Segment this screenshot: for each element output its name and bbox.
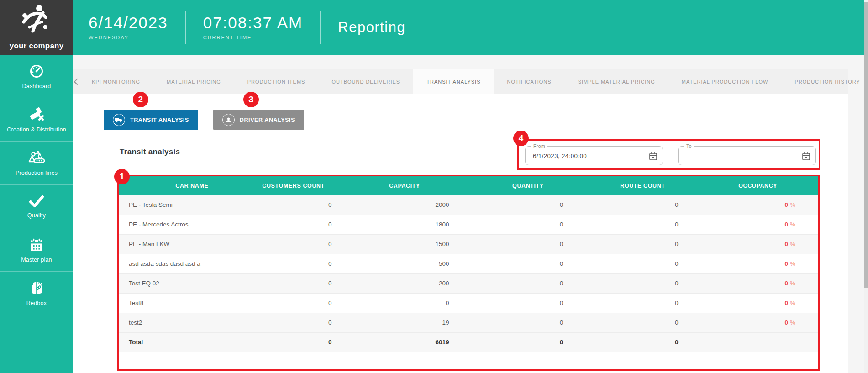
tab-notifications[interactable]: NOTIFICATIONS [494, 69, 565, 94]
cell-capacity: 1500 [360, 234, 493, 254]
transit-analysis-button-label: TRANSIT ANALYSIS [130, 117, 189, 123]
annotation-badge-4: 4 [513, 131, 529, 146]
cell-quantity: 0 [493, 254, 607, 273]
tab-transit-analysis[interactable]: TRANSIT ANALYSIS [413, 69, 494, 94]
table-row: PE - Man LKW01500000% [119, 234, 818, 254]
cell-customers: 0 [255, 313, 360, 332]
cell-car: Test EQ 02 [119, 273, 255, 293]
cell-customers: 0 [255, 195, 360, 215]
cell-car: PE - Mercedes Actros [119, 215, 255, 234]
cell-occupancy: 0% [720, 215, 818, 234]
sidebar-item-label: Production lines [16, 170, 58, 176]
cell-capacity: 0 [360, 293, 493, 313]
sidebar-item-redbox[interactable]: Redbox [0, 272, 73, 315]
tab-outbound-deliveries[interactable]: OUTBOUND DELIVERIES [318, 69, 413, 94]
tab-production-items[interactable]: PRODUCTION ITEMS [234, 69, 319, 94]
cell-car: test2 [119, 313, 255, 332]
annotation-badge-3: 3 [243, 92, 259, 107]
cell-quantity: 0 [493, 332, 607, 352]
tabs-scroll-left-button[interactable] [73, 69, 79, 94]
header-divider [320, 11, 321, 44]
cell-capacity: 19 [360, 313, 493, 332]
transit-analysis-table: CAR NAMECUSTOMERS COUNTCAPACITYQUANTITYR… [119, 176, 818, 352]
column-header-car-name: CAR NAME [119, 176, 255, 195]
sidebar-item-label: Quality [27, 212, 46, 219]
cell-customers: 0 [255, 293, 360, 313]
cell-car: Total [119, 332, 255, 352]
driver-analysis-button[interactable]: DRIVER ANALYSIS 3 [213, 110, 304, 130]
tools-icon [28, 107, 45, 122]
cell-customers: 0 [255, 234, 360, 254]
tab-material-pricing[interactable]: MATERIAL PRICING [153, 69, 234, 94]
to-date-field[interactable]: To [678, 146, 816, 165]
cell-quantity: 0 [493, 273, 607, 293]
cell-occupancy: 0% [720, 313, 818, 332]
page-title: Reporting [338, 19, 405, 36]
cell-car: Test8 [119, 293, 255, 313]
sidebar-item-dashboard[interactable]: Dashboard [0, 55, 73, 98]
cell-routes: 0 [607, 234, 720, 254]
scrollbar-thumb[interactable] [864, 2, 868, 288]
cell-routes: 0 [607, 273, 720, 293]
calendar-picker-icon[interactable] [649, 152, 657, 160]
cell-car: PE - Tesla Semi [119, 195, 255, 215]
sidebar-nav: Dashboard Creation & Distribution Produc… [0, 55, 73, 373]
current-time-label: CURRENT TIME [203, 35, 303, 40]
column-header-customers-count: CUSTOMERS COUNT [255, 176, 360, 195]
column-header-occupancy: OCCUPANCY [720, 176, 818, 195]
tab-kpi-monitoring[interactable]: KPI MONITORING [79, 69, 153, 94]
cell-capacity: 1800 [360, 215, 493, 234]
sidebar-item-quality[interactable]: Quality [0, 185, 73, 228]
header-date-block: 6/14/2023 WEDNESDAY [89, 15, 168, 40]
cell-occupancy: 0% [720, 293, 818, 313]
gauge-icon [29, 63, 44, 79]
cell-occupancy: 0% [720, 254, 818, 273]
sidebar-item-master-plan[interactable]: Master plan [0, 228, 73, 272]
cell-capacity: 500 [360, 254, 493, 273]
driver-icon [222, 114, 235, 126]
transit-analysis-panel: TRANSIT ANALYSIS 2 DRIVER ANALYSIS 3 Tra… [73, 94, 848, 373]
tab-production-history[interactable]: PRODUCTION HISTORY [781, 69, 868, 94]
checkmark-icon [28, 194, 45, 208]
cell-occupancy: 0% [720, 273, 818, 293]
current-time: 07:08:37 AM [203, 15, 303, 32]
calendar-icon [29, 237, 44, 252]
sidebar-item-production-lines[interactable]: Production lines [0, 142, 73, 185]
calendar-picker-icon[interactable] [802, 152, 810, 160]
column-header-quantity: QUANTITY [493, 176, 607, 195]
header-divider [185, 11, 186, 44]
sidebar-item-creation-distribution[interactable]: Creation & Distribution [0, 98, 73, 142]
cell-routes: 0 [607, 215, 720, 234]
cell-customers: 0 [255, 254, 360, 273]
tab-simple-material-pricing[interactable]: SIMPLE MATERIAL PRICING [565, 69, 668, 94]
section-title: Transit analysis [120, 147, 180, 157]
driver-analysis-button-label: DRIVER ANALYSIS [240, 117, 295, 123]
transit-analysis-button[interactable]: TRANSIT ANALYSIS 2 [104, 110, 198, 130]
from-date-field[interactable]: From 6/1/2023, 24:00:00 [525, 146, 663, 165]
table-row: Test800000% [119, 293, 818, 313]
column-header-capacity: CAPACITY [360, 176, 493, 195]
table-body: PE - Tesla Semi02000000%PE - Mercedes Ac… [119, 195, 818, 352]
cell-capacity: 6019 [360, 332, 493, 352]
cell-capacity: 2000 [360, 195, 493, 215]
transit-table-annotation-box: 1 CAR NAMECUSTOMERS COUNTCAPACITYQUANTIT… [117, 175, 820, 371]
top-header: 6/14/2023 WEDNESDAY 07:08:37 AM CURRENT … [73, 0, 864, 55]
cell-routes: 0 [607, 293, 720, 313]
company-logo-block: your company [0, 0, 73, 55]
from-date-value: 6/1/2023, 24:00:00 [533, 147, 587, 166]
annotation-badge-1: 1 [114, 169, 130, 184]
cell-quantity: 0 [493, 313, 607, 332]
tab-material-production-flow[interactable]: MATERIAL PRODUCTION FLOW [668, 69, 782, 94]
cell-capacity: 200 [360, 273, 493, 293]
cell-customers: 0 [255, 332, 360, 352]
current-date-label: WEDNESDAY [89, 35, 168, 40]
table-row: test2019000% [119, 313, 818, 332]
company-logo-icon [19, 2, 54, 37]
report-tabstrip: KPI MONITORINGMATERIAL PRICINGPRODUCTION… [73, 69, 848, 94]
cell-quantity: 0 [493, 215, 607, 234]
analysis-mode-buttons: TRANSIT ANALYSIS 2 DRIVER ANALYSIS 3 [104, 110, 304, 130]
current-date: 6/14/2023 [89, 15, 168, 32]
table-row: asd asda sdas dasd asd a0500000% [119, 254, 818, 273]
header-time-block: 07:08:37 AM CURRENT TIME [203, 15, 303, 40]
to-date-label: To [684, 143, 694, 149]
